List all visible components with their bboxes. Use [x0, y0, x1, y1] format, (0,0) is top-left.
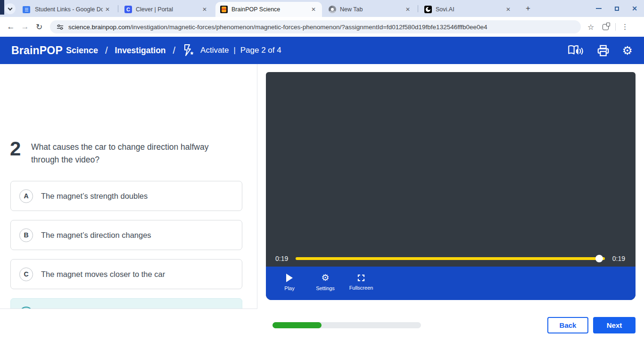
tab-close-icon[interactable]: ✕ — [103, 5, 112, 14]
seek-bar-fill — [296, 257, 605, 260]
next-button[interactable]: Next — [593, 317, 636, 333]
answer-option-c[interactable]: C The magnet moves closer to the car — [10, 259, 242, 289]
url-text[interactable]: science.brainpop.com/investigation/magne… — [68, 24, 487, 31]
play-label: Play — [284, 285, 294, 291]
browser-window: Student Links - Google Docs ✕ C Clever |… — [0, 0, 644, 341]
seek-handle[interactable] — [595, 255, 603, 262]
tab-title: Clever | Portal — [136, 6, 200, 13]
google-docs-icon — [23, 6, 30, 13]
reload-button[interactable]: ↻ — [32, 20, 46, 34]
fullscreen-label: Fullscreen — [349, 285, 373, 291]
sovi-ai-icon — [424, 6, 432, 13]
answer-option-a[interactable]: A The magnet’s strength doubles — [10, 181, 242, 211]
tab-strip: Student Links - Google Docs ✕ C Clever |… — [0, 0, 644, 17]
back-nav-button[interactable]: ← — [4, 20, 18, 34]
chevron-down-icon — [8, 6, 13, 10]
option-letter-badge: A — [19, 189, 33, 203]
tab-title: BrainPOP Science — [231, 6, 309, 13]
fullscreen-button[interactable]: Fullscreen — [343, 273, 379, 291]
header-actions: ⚙ — [567, 44, 633, 57]
question-panel: 2 What causes the car to change directio… — [0, 64, 257, 309]
question-2-number: 2 — [10, 138, 21, 160]
tab-title: New Tab — [340, 6, 403, 13]
tab-close-icon[interactable]: ✕ — [309, 5, 318, 14]
bookmark-star-icon[interactable]: ☆ — [587, 23, 594, 32]
activate-label: Activate — [200, 46, 229, 55]
brainpop-icon — [220, 6, 228, 13]
window-frame-edge — [0, 0, 4, 15]
address-bar[interactable]: science.brainpop.com/investigation/magne… — [50, 20, 581, 33]
close-icon: ✕ — [632, 5, 637, 12]
tab-title: Student Links - Google Docs — [35, 6, 103, 13]
header-divider: | — [234, 46, 236, 55]
tab-separator — [118, 5, 118, 12]
extensions-icon[interactable] — [603, 24, 609, 30]
brainpop-header: BrainPOP Science / Investigation / Activ… — [0, 37, 644, 64]
tab-clever-portal[interactable]: C Clever | Portal ✕ — [120, 2, 213, 17]
answer-option-d-selected[interactable]: D The magnet moves farther from the car — [10, 298, 242, 309]
option-text: The magnet moves farther from the car — [41, 309, 176, 309]
minimize-button[interactable] — [592, 2, 605, 15]
page-indicator: Page 2 of 4 — [240, 46, 281, 55]
gear-icon: ⚙ — [321, 273, 329, 282]
video-settings-button[interactable]: ⚙ Settings — [307, 273, 343, 291]
fullscreen-icon — [357, 274, 365, 282]
video-player[interactable]: 0:19 0:19 Play ⚙ Settings Fullscreen — [266, 72, 636, 300]
chrome-icon — [329, 6, 336, 13]
option-text: The magnet’s direction changes — [41, 231, 151, 240]
lesson-progress-bar — [272, 322, 421, 328]
forward-nav-button[interactable]: → — [18, 20, 32, 34]
activate-bolt-icon — [182, 44, 195, 57]
option-text: The magnet moves closer to the car — [41, 270, 165, 279]
new-tab-button[interactable]: + — [522, 3, 534, 14]
tab-new-tab[interactable]: New Tab ✕ — [324, 2, 416, 17]
clever-icon: C — [124, 6, 132, 13]
browser-menu-icon[interactable]: ⋮ — [621, 23, 628, 31]
site-info-icon[interactable] — [57, 24, 64, 31]
back-button[interactable]: Back — [547, 317, 588, 333]
toolbar-divider — [615, 23, 616, 31]
settings-label: Settings — [316, 285, 335, 291]
restore-icon — [615, 7, 619, 11]
breadcrumb-separator: / — [105, 45, 108, 56]
option-text: The magnet’s strength doubles — [41, 192, 148, 201]
play-icon — [286, 274, 293, 282]
breadcrumb-investigation: Investigation — [115, 46, 166, 56]
tab-close-icon[interactable]: ✕ — [200, 5, 209, 14]
window-controls: ✕ — [592, 0, 641, 17]
brainpop-logo-science: Science — [66, 46, 98, 56]
seek-bar[interactable] — [296, 257, 605, 260]
minimize-icon — [596, 8, 602, 9]
url-path: /investigation/magnetic-forces/phenomeno… — [130, 24, 487, 31]
option-letter-badge: C — [19, 268, 33, 281]
video-timeline: 0:19 0:19 — [266, 252, 636, 265]
browser-toolbar: ← → ↻ science.brainpop.com/investigation… — [0, 17, 644, 37]
tab-search-button[interactable] — [5, 3, 16, 14]
print-icon[interactable] — [597, 44, 610, 57]
breadcrumb-separator: / — [173, 45, 176, 56]
brainpop-logo[interactable]: BrainPOP — [11, 44, 63, 57]
answer-option-b[interactable]: B The magnet’s direction changes — [10, 220, 242, 250]
current-time: 0:19 — [275, 255, 288, 262]
option-letter-badge: B — [19, 228, 33, 242]
tab-separator — [418, 5, 418, 12]
read-aloud-icon[interactable] — [567, 44, 584, 57]
play-button[interactable]: Play — [272, 273, 307, 291]
tab-student-links[interactable]: Student Links - Google Docs ✕ — [17, 2, 116, 17]
tab-close-icon[interactable]: ✕ — [403, 5, 413, 14]
settings-gear-icon[interactable]: ⚙ — [622, 45, 633, 57]
video-control-bar: Play ⚙ Settings Fullscreen — [266, 267, 636, 300]
question-2-text: What causes the car to change direction … — [31, 141, 229, 166]
tab-brainpop-science[interactable]: BrainPOP Science ✕ — [215, 2, 322, 17]
option-letter-badge: D — [19, 307, 33, 309]
duration-time: 0:19 — [612, 255, 625, 262]
tab-sovi-ai[interactable]: Sovi.AI ✕ — [420, 2, 517, 17]
tab-title: Sovi.AI — [436, 6, 504, 13]
lesson-progress-fill — [272, 322, 322, 328]
restore-button[interactable] — [610, 2, 623, 15]
url-domain: science.brainpop.com — [68, 24, 130, 31]
close-button[interactable]: ✕ — [628, 2, 641, 15]
tab-close-icon[interactable]: ✕ — [504, 5, 513, 14]
